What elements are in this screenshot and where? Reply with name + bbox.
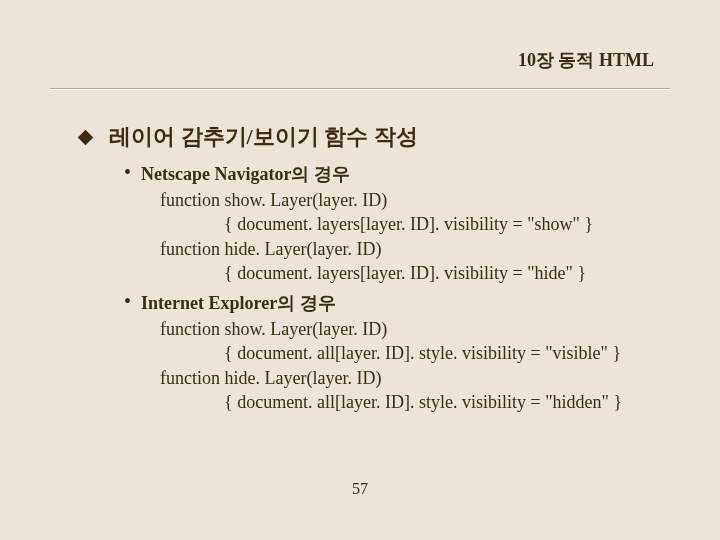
subsection-netscape: • Netscape Navigator의 경우 function show. … [124,162,660,285]
title-row: 레이어 감추기/보이기 함수 작성 [80,122,660,152]
diamond-bullet-icon [78,129,94,145]
slide-title: 레이어 감추기/보이기 함수 작성 [109,122,418,152]
code-line: function hide. Layer(layer. ID) [160,237,660,261]
dot-bullet-icon: • [124,291,131,311]
code-block: function show. Layer(layer. ID) { docume… [160,188,660,285]
code-line: function show. Layer(layer. ID) [160,188,660,212]
code-line: { document. layers[layer. ID]. visibilit… [224,261,660,285]
page-number: 57 [0,480,720,498]
subsection-ie: • Internet Explorer의 경우 function show. L… [124,291,660,414]
dot-bullet-icon: • [124,162,131,182]
bullet-label: Internet Explorer의 경우 [141,291,336,315]
code-line: { document. layers[layer. ID]. visibilit… [224,212,660,236]
code-line: { document. all[layer. ID]. style. visib… [224,390,660,414]
code-line: function show. Layer(layer. ID) [160,317,660,341]
bullet-row: • Internet Explorer의 경우 [124,291,660,315]
code-line: { document. all[layer. ID]. style. visib… [224,341,660,365]
content-area: 레이어 감추기/보이기 함수 작성 • Netscape Navigator의 … [80,122,660,414]
chapter-header: 10장 동적 HTML [518,48,654,72]
bullet-label: Netscape Navigator의 경우 [141,162,350,186]
code-line: function hide. Layer(layer. ID) [160,366,660,390]
slide: 10장 동적 HTML 레이어 감추기/보이기 함수 작성 • Netscape… [0,0,720,540]
header-divider [50,88,670,90]
code-block: function show. Layer(layer. ID) { docume… [160,317,660,414]
bullet-row: • Netscape Navigator의 경우 [124,162,660,186]
